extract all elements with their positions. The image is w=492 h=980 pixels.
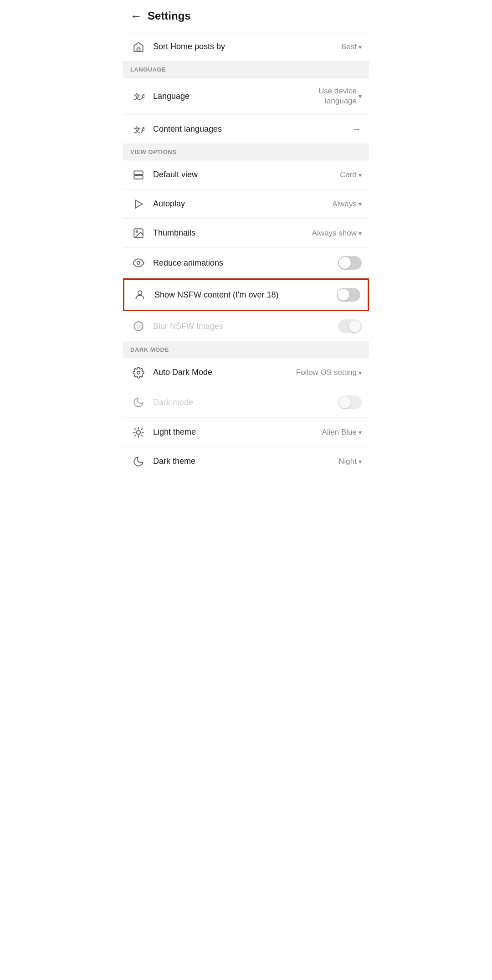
sort-home-label: Sort Home posts by (153, 42, 341, 51)
dark-theme-value: Night ▾ (338, 457, 362, 466)
svg-line-21 (141, 428, 142, 429)
light-theme-value: Alien Blue ▾ (322, 428, 362, 437)
content-languages-row[interactable]: 文A Content languages → (123, 115, 369, 144)
thumbnails-label: Thumbnails (153, 228, 312, 238)
moon2-icon (130, 456, 147, 467)
back-button[interactable]: ← (130, 8, 148, 24)
blur-nsfw-row: 18 Blur NSFW Images (123, 311, 369, 342)
settings-header: ← Settings (123, 0, 369, 32)
default-view-label: Default view (153, 170, 340, 180)
blur-nsfw-label: Blur NSFW Images (153, 322, 338, 331)
svg-text:文A: 文A (133, 92, 144, 101)
auto-dark-mode-label: Auto Dark Mode (153, 368, 296, 377)
thumbnails-row[interactable]: Thumbnails Always show ▾ (123, 219, 369, 248)
eye-icon (130, 257, 147, 269)
person-icon (132, 289, 148, 301)
light-theme-label: Light theme (153, 427, 322, 437)
dark-mode-label: Dark mode (153, 398, 338, 407)
blur-nsfw-toggle (338, 319, 362, 333)
show-nsfw-row[interactable]: Show NSFW content (I'm over 18) (123, 278, 369, 311)
svg-point-12 (137, 371, 140, 374)
svg-line-16 (135, 428, 136, 429)
svg-point-8 (137, 262, 140, 265)
reduce-animations-label: Reduce animations (153, 258, 338, 268)
card-icon (130, 169, 147, 181)
auto-dark-mode-row[interactable]: Auto Dark Mode Follow OS setting ▾ (123, 358, 369, 387)
gear-icon (130, 367, 147, 379)
show-nsfw-toggle[interactable] (337, 288, 360, 302)
thumbnails-value: Always show ▾ (312, 229, 362, 238)
svg-point-9 (138, 291, 142, 295)
svg-text:文A: 文A (133, 125, 144, 133)
play-icon (130, 198, 147, 210)
content-languages-label: Content languages (153, 124, 352, 134)
language-row[interactable]: 文A Language Use device language ▾ (123, 78, 369, 115)
reduce-animations-toggle[interactable] (338, 256, 362, 270)
svg-point-13 (137, 430, 141, 434)
sun-icon (130, 426, 147, 438)
autoplay-value: Always ▾ (332, 200, 362, 209)
sort-home-value: Best ▾ (341, 42, 362, 51)
svg-line-20 (135, 435, 136, 436)
auto-dark-mode-value: Follow OS setting ▾ (296, 368, 362, 377)
autoplay-row[interactable]: Autoplay Always ▾ (123, 190, 369, 219)
svg-point-7 (136, 231, 138, 232)
svg-rect-3 (134, 171, 143, 174)
view-options-section-header: VIEW OPTIONS (123, 144, 369, 160)
sort-home-posts-row[interactable]: Sort Home posts by Best ▾ (123, 32, 369, 62)
language-value: Use device language ▾ (289, 86, 362, 106)
content-languages-arrow: → (352, 123, 362, 135)
home-icon (130, 41, 147, 53)
default-view-value: Card ▾ (340, 170, 362, 180)
language-icon2: 文A (130, 123, 147, 135)
language-section-header: LANGUAGE (123, 62, 369, 78)
svg-marker-5 (136, 200, 143, 208)
image-icon (130, 227, 147, 239)
dark-mode-toggle (338, 395, 362, 409)
language-icon: 文A (130, 90, 147, 102)
svg-text:18: 18 (136, 324, 142, 329)
dark-theme-label: Dark theme (153, 457, 338, 466)
dark-theme-row[interactable]: Dark theme Night ▾ (123, 447, 369, 476)
default-view-row[interactable]: Default view Card ▾ (123, 160, 369, 190)
svg-rect-4 (134, 175, 143, 179)
autoplay-label: Autoplay (153, 199, 332, 209)
language-label: Language (153, 92, 289, 101)
light-theme-row[interactable]: Light theme Alien Blue ▾ (123, 418, 369, 447)
dark-mode-row: Dark mode (123, 387, 369, 418)
age-icon: 18 (130, 320, 147, 332)
svg-rect-0 (137, 48, 140, 51)
show-nsfw-label: Show NSFW content (I'm over 18) (154, 290, 337, 300)
dark-mode-section-header: DARK MODE (123, 342, 369, 358)
svg-line-17 (141, 435, 142, 436)
moon-icon (130, 396, 147, 408)
reduce-animations-row[interactable]: Reduce animations (123, 248, 369, 278)
page-title: Settings (148, 10, 191, 22)
